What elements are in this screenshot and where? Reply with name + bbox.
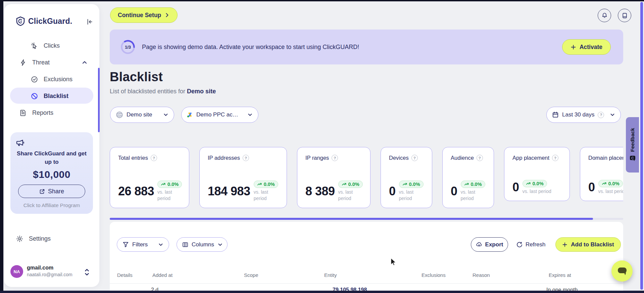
cloud-download-icon <box>476 241 482 248</box>
help-icon[interactable]: ? <box>598 112 604 118</box>
globe-icon <box>116 111 123 118</box>
sidebar-scrollbar[interactable] <box>98 68 100 132</box>
shield-logo-icon <box>15 16 26 26</box>
chevron-updown-icon[interactable] <box>84 268 90 277</box>
stat-card-title: Devices <box>389 155 409 161</box>
filters-dropdown[interactable]: Filters <box>117 237 169 252</box>
help-icon[interactable]: ? <box>411 155 418 161</box>
chevron-right-icon <box>164 12 170 18</box>
columns-dropdown[interactable]: Columns <box>177 237 228 252</box>
export-button[interactable]: Export <box>471 237 508 252</box>
sidebar-item-settings[interactable]: Settings <box>4 232 99 246</box>
speech-bubble-icon <box>617 266 628 276</box>
date-range-selector[interactable]: Last 30 days ? <box>546 107 621 123</box>
help-icon[interactable]: ? <box>243 155 249 161</box>
chevron-down-icon <box>217 242 223 247</box>
stat-value: 0 <box>451 184 457 198</box>
activate-button[interactable]: Activate <box>562 39 611 55</box>
demo-data-banner: 1/3 Page is showing demo data. Activate … <box>110 30 623 64</box>
add-to-blacklist-button[interactable]: Add to Blacklist <box>555 237 621 252</box>
sidebar-item-exclusions[interactable]: Exclusions <box>4 71 99 88</box>
docs-button[interactable] <box>618 9 631 22</box>
sidebar-item-blacklist[interactable]: Blacklist <box>4 88 99 104</box>
refresh-icon <box>516 242 523 248</box>
chat-launcher-button[interactable] <box>611 260 633 282</box>
blocked-icon <box>31 93 38 100</box>
external-link-icon <box>39 189 45 194</box>
column-header-scope[interactable]: Scope <box>244 272 258 278</box>
column-header-details[interactable]: Details <box>117 272 133 278</box>
stat-card-audience: Audience ? 0 0.0% vs. last period <box>442 147 494 208</box>
stat-card-total-entries: Total entries ? 26 883 0.0% vs. last per… <box>110 147 189 208</box>
site-selector[interactable]: Demo site <box>110 107 174 123</box>
sidebar-collapse-icon[interactable] <box>86 18 93 26</box>
banner-message: Page is showing demo data. Activate your… <box>142 30 359 64</box>
vs-last-period-label: vs. last period <box>254 189 280 202</box>
column-header-added-at[interactable]: Added at <box>152 272 172 278</box>
workspace-name: gmail.com <box>27 265 53 271</box>
continue-setup-button[interactable]: Continue Setup <box>110 7 178 23</box>
bell-icon <box>601 12 608 19</box>
help-icon[interactable]: ? <box>477 155 483 161</box>
trend-up-icon <box>342 182 347 187</box>
cards-scrollbar-thumb[interactable] <box>110 218 593 220</box>
trend-badge: 0.0% <box>598 180 623 187</box>
lightning-icon <box>19 59 27 66</box>
add-to-blacklist-label: Add to Blacklist <box>571 241 614 248</box>
column-header-reason[interactable]: Reason <box>473 272 490 278</box>
chevron-down-icon <box>610 112 615 117</box>
ppc-account-selector[interactable]: Demo PPC ac… <box>181 107 258 123</box>
sidebar-item-reports[interactable]: Reports <box>4 104 99 121</box>
sidebar-item-clicks[interactable]: Clicks <box>4 37 99 54</box>
book-icon <box>622 12 628 19</box>
stat-card-title: App placement <box>512 155 549 161</box>
chevron-down-icon <box>158 242 163 247</box>
trend-badge: 0.0% <box>523 180 547 187</box>
window-frame-bottom <box>0 291 644 293</box>
share-button[interactable]: Share <box>18 185 85 198</box>
trend-up-icon <box>402 182 407 187</box>
trend-up-icon <box>257 182 262 187</box>
google-ads-icon <box>187 112 193 118</box>
subtitle-text: List of blacklisted entities for <box>110 88 187 95</box>
help-icon[interactable]: ? <box>332 155 338 161</box>
stat-card-title: Audience <box>451 155 474 161</box>
stat-value: 184 983 <box>208 184 250 198</box>
feedback-tab[interactable]: Feedback <box>626 117 639 173</box>
window-frame-top <box>0 0 644 1</box>
column-header-exclusions[interactable]: Exclusions <box>422 272 446 278</box>
blacklist-table-panel: Filters Columns <box>110 222 623 291</box>
trend-badge: 0.0% <box>254 181 278 188</box>
column-header-expires-at[interactable]: Expires at <box>549 272 571 278</box>
stat-value: 26 883 <box>118 184 154 198</box>
sidebar-item-threat[interactable]: Threat <box>4 54 99 71</box>
refresh-button[interactable]: Refresh <box>516 237 546 252</box>
stat-value: 8 389 <box>305 184 335 198</box>
trend-badge: 0.0% <box>157 181 182 188</box>
account-switcher[interactable]: NA gmail.com naatali.ro@gmail.com <box>4 262 99 282</box>
site-selector-value: Demo site <box>127 111 152 118</box>
calendar-icon <box>552 111 559 118</box>
trend-up-icon <box>602 181 607 186</box>
click-cursor-icon <box>31 42 38 49</box>
page-scrollbar[interactable] <box>640 2 643 290</box>
trend-badge: 0.0% <box>338 181 363 188</box>
promo-heading: Share ClickGuard and get up to <box>15 150 88 166</box>
stat-card-title: Total entries <box>118 155 148 161</box>
columns-label: Columns <box>192 241 214 248</box>
promo-amount: $10,000 <box>15 169 88 180</box>
vs-last-period-label: vs. last period <box>157 189 182 202</box>
stat-card-ip-addresses: IP addresses ? 184 983 0.0% vs. last per… <box>199 147 287 208</box>
chevron-down-icon <box>163 112 168 117</box>
vs-last-period-label: vs. last period <box>523 188 551 195</box>
column-header-entity[interactable]: Entity <box>324 272 337 278</box>
notifications-button[interactable] <box>598 9 611 22</box>
vs-last-period-label: vs. last period <box>461 189 487 202</box>
feedback-chat-icon <box>629 155 636 162</box>
chevron-up-icon[interactable] <box>82 60 87 65</box>
activate-label: Activate <box>580 44 602 51</box>
help-icon[interactable]: ? <box>151 155 157 161</box>
help-icon[interactable]: ? <box>552 155 558 161</box>
logo: ClickGuard. <box>15 16 72 26</box>
affiliate-promo-card[interactable]: Share ClickGuard and get up to $10,000 S… <box>10 132 93 214</box>
